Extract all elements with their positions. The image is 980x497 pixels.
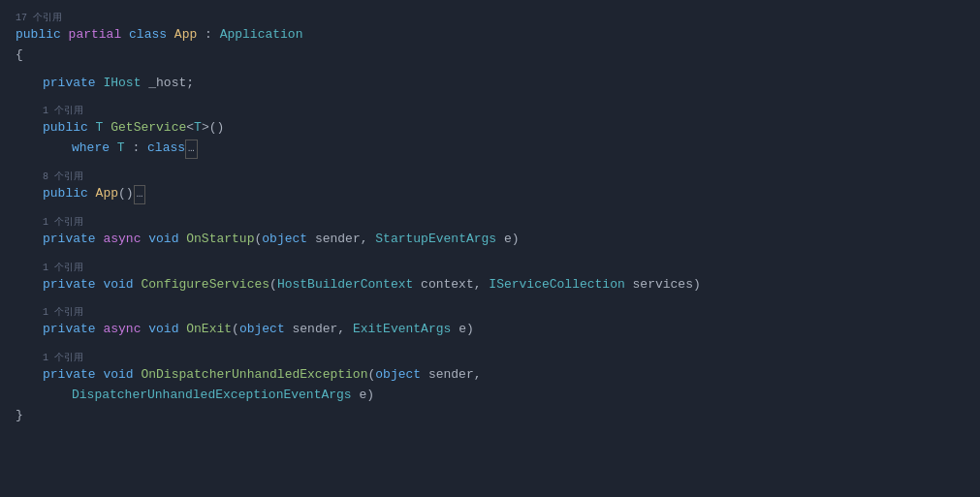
ref-label: 8 个引用	[0, 167, 980, 184]
blank-line	[0, 93, 980, 101]
token: :	[125, 139, 147, 159]
token: }	[16, 406, 23, 426]
token: App	[96, 184, 118, 204]
token: T	[117, 139, 125, 159]
token: ConfigureServices	[141, 275, 269, 295]
token: context,	[413, 275, 489, 295]
token: object	[375, 365, 421, 386]
token	[103, 118, 111, 139]
ref-label: 1 个引用	[0, 101, 980, 118]
token: OnExit	[186, 320, 232, 340]
ref-label: 1 个引用	[0, 348, 980, 365]
token: private	[43, 74, 103, 94]
token: partial	[69, 25, 129, 46]
token: object	[262, 230, 307, 250]
ref-label: 1 个引用	[0, 302, 980, 320]
token: <	[186, 118, 194, 139]
blank-line	[0, 340, 980, 348]
code-line: public partial class App : Application	[0, 25, 980, 46]
token: e)	[352, 386, 374, 406]
blank-line	[0, 66, 980, 74]
token: services)	[625, 275, 701, 295]
token: public	[16, 25, 69, 46]
token: T	[96, 118, 104, 139]
token: e)	[496, 230, 519, 250]
token: {	[16, 46, 23, 66]
token: public	[43, 118, 96, 139]
token: class	[129, 25, 174, 46]
code-line: DispatcherUnhandledExceptionEventArgs e)	[0, 386, 980, 406]
code-line: where T : class…	[0, 139, 980, 159]
code-line: private async void OnExit(object sender,…	[0, 320, 980, 340]
token: IServiceCollection	[489, 275, 624, 295]
blank-line	[0, 204, 980, 212]
token: …	[185, 140, 198, 159]
blank-line	[0, 295, 980, 302]
token: _host;	[141, 74, 194, 94]
token: private	[43, 320, 103, 340]
token: sender,	[307, 230, 375, 250]
code-line: private async void OnStartup(object send…	[0, 230, 980, 250]
token: void	[103, 365, 141, 386]
token: (	[367, 365, 375, 386]
ref-label: 17 个引用	[0, 8, 980, 25]
token: class	[147, 139, 185, 159]
token: Application	[220, 25, 303, 46]
token: public	[43, 184, 96, 204]
token: e)	[451, 320, 473, 340]
token: private	[43, 230, 103, 250]
token: …	[134, 185, 146, 204]
token: sender,	[285, 320, 353, 340]
token: (	[232, 320, 239, 340]
code-line: }	[0, 406, 980, 426]
token: :	[197, 25, 219, 46]
token: HostBuilderContext	[277, 275, 413, 295]
token: void	[148, 230, 186, 250]
ref-label: 1 个引用	[0, 258, 980, 275]
token: async	[103, 230, 148, 250]
token: IHost	[103, 74, 141, 94]
token: StartupEventArgs	[375, 230, 496, 250]
blank-line	[0, 250, 980, 258]
token: GetService	[111, 118, 186, 139]
blank-line	[0, 159, 980, 167]
ref-label: 1 个引用	[0, 212, 980, 230]
token: (	[269, 275, 277, 295]
token: >()	[202, 118, 224, 139]
token: object	[239, 320, 285, 340]
token: App	[174, 25, 197, 46]
token: where	[72, 139, 117, 159]
token: ()	[118, 184, 134, 204]
token: private	[43, 275, 103, 295]
token: ExitEventArgs	[353, 320, 451, 340]
token: sender,	[421, 365, 481, 386]
code-line: public T GetService<T>()	[0, 118, 980, 139]
code-editor: 17 个引用public partial class App : Applica…	[0, 0, 980, 434]
code-line: {	[0, 46, 980, 66]
token: OnStartup	[186, 230, 254, 250]
token: T	[194, 118, 202, 139]
token: OnDispatcherUnhandledException	[141, 365, 367, 386]
token: (	[254, 230, 262, 250]
token: async	[103, 320, 148, 340]
token: void	[148, 320, 186, 340]
token: void	[103, 275, 141, 295]
code-line: private void ConfigureServices(HostBuild…	[0, 275, 980, 295]
code-line: private IHost _host;	[0, 74, 980, 94]
token: DispatcherUnhandledExceptionEventArgs	[72, 386, 352, 406]
token: private	[43, 365, 103, 386]
code-line: private void OnDispatcherUnhandledExcept…	[0, 365, 980, 386]
code-line: public App()…	[0, 184, 980, 204]
